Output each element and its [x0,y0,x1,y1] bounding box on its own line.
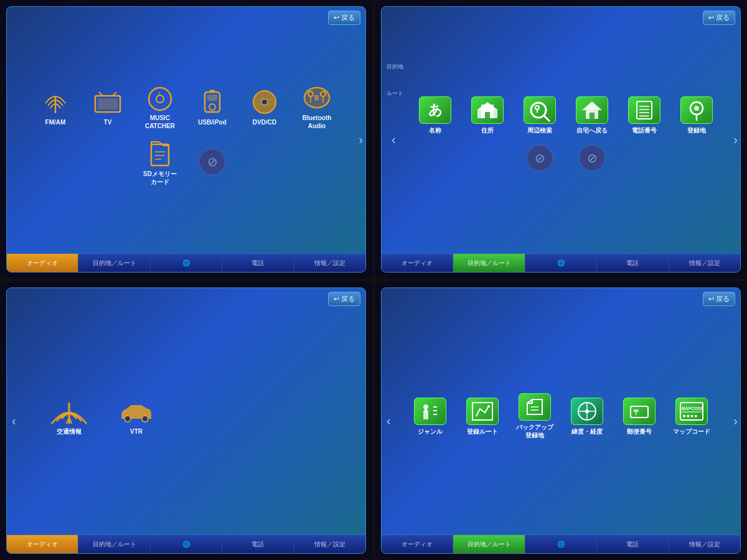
label-denwa-bango: 電話番号 [632,126,657,134]
tab-info-4[interactable]: 情報／設定 [669,535,740,553]
tab-nav-4[interactable]: 目的地／ルート [453,535,525,553]
nav-extra-grid: ジャンル 登録ルート [382,288,740,534]
screen-nav-extra: 戻る ‹ › ジャ [375,281,747,560]
icon-torokuchi[interactable]: 登録地 [672,93,721,138]
icon-sd-card[interactable]: SDメモリーカード [135,136,185,190]
chevron-left-3[interactable]: ‹ [12,414,16,428]
svg-point-62 [585,409,589,413]
icon-yubin-bango[interactable]: 〒 郵便番号 [614,390,664,443]
tab-audio-4[interactable]: オーディオ [382,535,453,553]
label-toroku-route: 登録ルート [467,427,498,436]
back-button-3[interactable]: 戻る [328,292,360,306]
tab-phone-3[interactable]: 電話 [222,535,294,553]
label-jusho: 住所 [481,126,494,134]
label-shuhen: 周辺検索 [527,126,552,134]
tab-phone-4[interactable]: 電話 [597,535,669,553]
svg-point-15 [261,99,268,105]
icon-fm-am[interactable]: FM/AM [31,80,80,134]
svg-marker-36 [582,101,602,110]
icon-denwa-bango[interactable]: 電話番号 [619,93,669,138]
chevron-right-4[interactable]: › [733,414,738,428]
chevron-left-4[interactable]: ‹ [387,414,391,428]
label-meisho: 名称 [429,126,441,134]
tab-nav-3[interactable]: 目的地／ルート [78,535,150,553]
icon-disabled-3: ⊘ [567,141,617,178]
svg-rect-38 [590,113,594,119]
label-tv: TV [104,118,112,126]
tab-info-3[interactable]: 情報／設定 [294,535,365,553]
icon-usb-ipod[interactable]: USB/iPod [187,80,237,134]
icon-kotsu-joho[interactable]: 交通情報 [38,394,100,439]
tab-bar-3: オーディオ 目的地／ルート 🌐 電話 情報／設定 [7,534,365,553]
icon-vtr[interactable]: VTR [105,394,167,439]
tab-audio-3[interactable]: オーディオ [7,535,78,553]
label-torokuchi: 登録地 [687,126,706,134]
nav-icons-grid: あ 名称 住所 [382,7,740,253]
chevron-left-2[interactable]: ‹ [392,133,396,147]
back-button-1[interactable]: 戻る [328,11,360,25]
audio-extra-grid: 交通情報 VTR [7,288,365,534]
svg-rect-31 [485,112,490,118]
svg-point-32 [531,103,546,118]
tab-globe-1[interactable]: 🌐 [151,254,222,272]
svg-rect-43 [639,115,649,117]
icon-shuhen-kensaku[interactable]: 周辺検索 [515,93,565,138]
svg-marker-30 [477,102,497,110]
icon-meisho[interactable]: あ 名称 [410,93,460,138]
tab-info-2[interactable]: 情報／設定 [669,254,740,272]
icon-bluetooth-audio[interactable]: B BluetoothAudio [292,80,342,134]
side-label-mokuteki: 目的地 [387,63,403,71]
svg-text:B: B [314,95,319,101]
svg-rect-10 [207,95,217,101]
back-button-4[interactable]: 戻る [703,292,735,306]
side-label-route: ルート [387,90,403,98]
label-dvd-cd: DVD/CD [253,118,276,126]
svg-rect-2 [98,98,118,110]
label-home: 自宅へ戻る [576,126,608,134]
tab-bar-4: オーディオ 目的地／ルート 🌐 電話 情報／設定 [382,534,740,553]
tab-phone-1[interactable]: 電話 [222,254,294,272]
tab-audio-2[interactable]: オーディオ [382,254,453,272]
chevron-right-1[interactable]: › [359,133,363,147]
chevron-right-2[interactable]: › [733,133,738,147]
icon-toroku-route[interactable]: 登録ルート [458,390,507,443]
tab-globe-4[interactable]: 🌐 [525,535,597,553]
tab-phone-2[interactable]: 電話 [597,254,669,272]
label-yubin-bango: 郵便番号 [627,427,652,436]
svg-text:〒: 〒 [633,408,641,417]
svg-point-48 [142,416,148,422]
icon-ido-keido[interactable]: 緯度・経度 [562,390,612,443]
icon-backup[interactable]: バックアップ登録地 [510,390,560,443]
tab-bar-1: オーディオ 目的地／ルート 🌐 電話 情報／設定 [7,253,365,272]
svg-rect-50 [423,411,428,419]
label-sd-card: SDメモリーカード [143,170,177,186]
tab-globe-2[interactable]: 🌐 [525,254,597,272]
icon-jusho[interactable]: 住所 [463,93,512,138]
screen-audio-extra: 戻る ‹ 交通情報 [0,281,372,560]
screen-nav-search: 戻る 目的地 ルート ‹ › あ 名称 [375,0,747,279]
icon-dvd-cd[interactable]: DVD/CD [240,80,289,134]
svg-rect-24 [151,144,169,166]
tab-audio-1[interactable]: オーディオ [7,254,78,272]
icon-jyanru[interactable]: ジャンル [405,390,455,443]
icon-home[interactable]: 自宅へ戻る [567,93,617,138]
svg-point-47 [125,416,131,422]
icon-music-catcher[interactable]: ♪ MUSICCATCHER [135,80,185,134]
icon-tv[interactable]: TV [83,80,133,134]
svg-point-56 [487,405,490,408]
label-kotsu-joho: 交通情報 [57,427,82,436]
svg-point-11 [209,104,215,110]
svg-text:■ ■ ■ ■: ■ ■ ■ ■ [683,414,697,418]
back-button-2[interactable]: 戻る [703,11,735,25]
label-jyanru: ジャンル [418,427,443,436]
tab-globe-3[interactable]: 🌐 [151,535,222,553]
icon-map-code[interactable]: MAPCODE ■ ■ ■ ■ マップコード [667,390,716,443]
audio-icons-grid: FM/AM TV [7,7,365,253]
tab-nav-1[interactable]: 目的地／ルート [78,254,150,272]
icon-disabled-1: ⊘ [187,136,237,190]
tab-nav-2[interactable]: 目的地／ルート [453,254,525,272]
screen-audio-menu: 戻る FM/AM [0,0,372,279]
label-fm-am: FM/AM [45,118,66,126]
label-music-catcher: MUSICCATCHER [145,114,175,130]
tab-info-1[interactable]: 情報／設定 [294,254,365,272]
